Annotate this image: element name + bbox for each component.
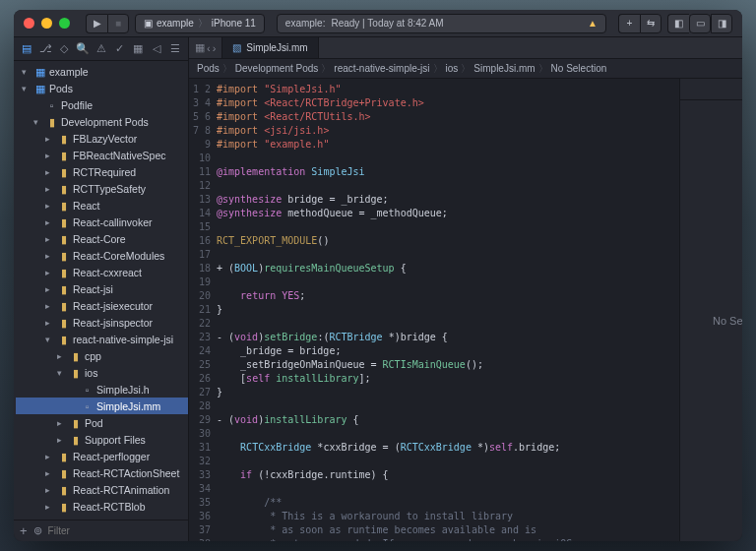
disclosure-chevron-icon[interactable]: ▸ [57,435,66,445]
nav-issues-icon[interactable]: ⚠ [94,42,108,55]
editor-tab[interactable]: ▧ SimpleJsi.mm [221,37,318,58]
folder-row[interactable]: ▾▮react-native-simple-jsi [16,331,188,347]
library-button[interactable]: + [618,14,640,33]
nav-tests-icon[interactable]: ✓ [112,42,127,55]
disclosure-chevron-icon[interactable]: ▸ [45,284,54,294]
breadcrumb-item[interactable]: No Selection [551,63,607,74]
code-body[interactable]: #import "SimpleJsi.h" #import <React/RCT… [217,79,679,541]
close-window-button[interactable] [24,18,34,29]
nav-breakpoints-icon[interactable]: ◁ [149,42,163,55]
folder-row[interactable]: ▾▦example [16,63,188,80]
folder-row[interactable]: ▸▮React [16,197,188,214]
disclosure-chevron-icon[interactable]: ▾ [57,368,66,378]
folder-row[interactable]: ▸▮React-perflogger [16,448,188,464]
file-row[interactable]: ▫SimpleJsi.h [16,381,188,398]
filter-input[interactable] [48,525,182,536]
back-button[interactable]: ‹ [207,42,211,54]
warning-icon[interactable]: ▲ [588,18,598,29]
folder-row[interactable]: ▸▮React-Core [16,230,188,247]
minimize-window-button[interactable] [41,18,52,29]
file-row[interactable]: ▫SimpleJsi.mm [16,398,188,414]
file-row[interactable]: ▫Podfile [16,96,188,113]
navigator-selector: ▤ ⎇ ◇ 🔍 ⚠ ✓ ▦ ◁ ☰ [14,37,188,61]
folder-icon: ▮ [57,267,70,278]
file-tree[interactable]: ▾▦example▾▦Pods▫Podfile▾▮Development Pod… [14,61,188,520]
disclosure-chevron-icon[interactable]: ▸ [45,485,54,495]
folder-row[interactable]: ▾▮Development Pods [16,113,188,130]
toggle-inspector-button[interactable]: ◨ [711,14,732,33]
folder-row[interactable]: ▸▮Support Files [16,431,188,448]
disclosure-chevron-icon[interactable]: ▸ [45,251,54,261]
disclosure-chevron-icon[interactable]: ▸ [45,201,54,211]
nav-source-control-icon[interactable]: ⎇ [38,42,53,55]
disclosure-chevron-icon[interactable]: ▸ [45,452,54,461]
activity-status[interactable]: example: Ready | Today at 8:42 AM ▲ [277,14,606,33]
tree-item-label: SimpleJsi.mm [96,400,160,412]
nav-debug-icon[interactable]: ▦ [131,42,146,55]
breadcrumb-item[interactable]: Development Pods [235,63,319,74]
folder-row[interactable]: ▾▮ios [16,364,188,381]
breadcrumb-item[interactable]: react-native-simple-jsi [334,63,429,74]
folder-row[interactable]: ▸▮React-RCTBlob [16,498,188,515]
folder-row[interactable]: ▸▮React-CoreModules [16,247,188,264]
disclosure-chevron-icon[interactable]: ▸ [45,134,54,144]
disclosure-chevron-icon[interactable]: ▾ [45,335,54,344]
jump-bar[interactable]: Pods〉Development Pods〉react-native-simpl… [189,59,742,79]
scheme-selector[interactable]: ▣ example 〉 iPhone 11 [135,14,265,33]
disclosure-chevron-icon[interactable]: ▸ [45,234,54,244]
nav-symbols-icon[interactable]: ◇ [57,42,72,55]
code-review-button[interactable]: ⇆ [640,14,662,33]
line-gutter: 1 2 3 4 5 6 7 8 9 10 11 12 13 14 15 16 1… [189,79,217,541]
disclosure-chevron-icon[interactable]: ▸ [57,351,66,361]
run-button[interactable]: ▶ [86,14,107,33]
nav-find-icon[interactable]: 🔍 [75,42,90,55]
folder-icon: ▮ [57,250,70,262]
disclosure-chevron-icon[interactable]: ▸ [45,184,54,194]
breadcrumb-item[interactable]: ios [446,63,459,74]
disclosure-chevron-icon[interactable]: ▾ [22,67,31,77]
project-icon: ▦ [33,83,46,94]
disclosure-chevron-icon[interactable]: ▸ [45,268,54,277]
folder-row[interactable]: ▸▮React-jsinspector [16,314,188,331]
folder-row[interactable]: ▸▮React-RCTActionSheet [16,464,188,481]
inspector-tabs: ◌ ◷ ? ⚙ [680,79,742,100]
folder-row[interactable]: ▸▮React-callinvoker [16,214,188,230]
folder-row[interactable]: ▸▮React-jsi [16,280,188,297]
sidebar-right-icon: ◨ [718,18,726,29]
toggle-debug-button[interactable]: ▭ [689,14,711,33]
code-editor[interactable]: 1 2 3 4 5 6 7 8 9 10 11 12 13 14 15 16 1… [189,79,679,541]
nav-project-icon[interactable]: ▤ [20,42,34,55]
folder-row[interactable]: ▸▮RCTTypeSafety [16,180,188,197]
disclosure-chevron-icon[interactable]: ▾ [22,84,31,93]
disclosure-chevron-icon[interactable]: ▸ [45,151,54,160]
objc-file-icon: ▧ [232,42,241,53]
add-file-button[interactable]: + [20,523,28,538]
disclosure-chevron-icon[interactable]: ▸ [57,418,66,428]
disclosure-chevron-icon[interactable]: ▸ [45,468,54,478]
disclosure-chevron-icon[interactable]: ▸ [45,301,54,311]
folder-icon: ▮ [57,233,70,245]
nav-reports-icon[interactable]: ☰ [167,42,182,55]
folder-row[interactable]: ▸▮React-cxxreact [16,264,188,280]
zoom-window-button[interactable] [59,18,70,29]
stop-button[interactable]: ■ [107,14,129,33]
bottom-panel-icon: ▭ [696,18,705,29]
disclosure-chevron-icon[interactable]: ▸ [45,167,54,177]
folder-row[interactable]: ▾▦Pods [16,80,188,96]
folder-row[interactable]: ▸▮React-jsiexecutor [16,297,188,314]
related-items-button[interactable]: ▦ [195,41,205,54]
folder-row[interactable]: ▸▮FBReactNativeSpec [16,147,188,163]
folder-row[interactable]: ▸▮RCTRequired [16,163,188,180]
folder-row[interactable]: ▸▮Pod [16,414,188,431]
folder-row[interactable]: ▸▮FBLazyVector [16,130,188,147]
folder-row[interactable]: ▸▮React-RCTAnimation [16,481,188,498]
breadcrumb-item[interactable]: SimpleJsi.mm [473,63,535,74]
forward-button[interactable]: › [213,42,217,54]
disclosure-chevron-icon[interactable]: ▾ [33,117,42,127]
breadcrumb-item[interactable]: Pods [197,63,220,74]
folder-row[interactable]: ▸▮cpp [16,347,188,364]
disclosure-chevron-icon[interactable]: ▸ [45,502,54,512]
toggle-navigator-button[interactable]: ◧ [667,14,689,33]
disclosure-chevron-icon[interactable]: ▸ [45,217,54,227]
disclosure-chevron-icon[interactable]: ▸ [45,318,54,328]
